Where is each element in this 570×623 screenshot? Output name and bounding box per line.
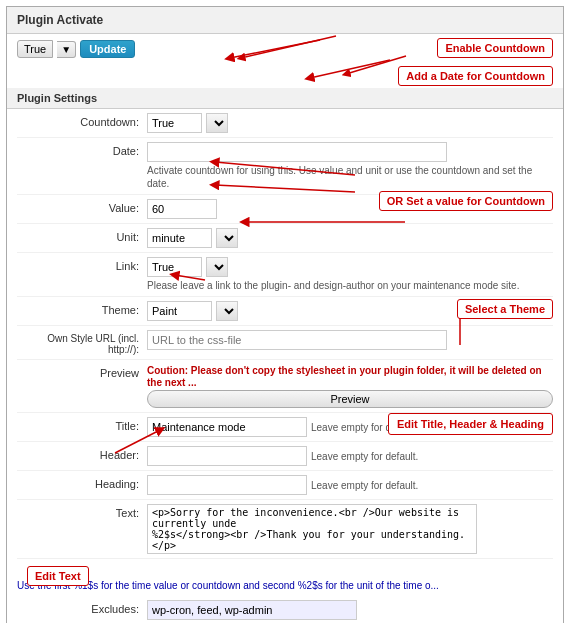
preview-label: Preview: [17, 364, 147, 379]
heading-input[interactable]: [147, 475, 307, 495]
value-input[interactable]: [147, 199, 217, 219]
own-style-value-col: [147, 330, 553, 350]
countdown-input[interactable]: [147, 113, 202, 133]
callout-edit-title: Edit Title, Header & Heading: [388, 413, 553, 435]
theme-label: Theme:: [17, 301, 147, 316]
header-field-value-col: Leave empty for default.: [147, 446, 553, 466]
theme-input[interactable]: [147, 301, 212, 321]
callout-theme: Select a Theme: [457, 299, 553, 319]
header-field-row: Header: Leave empty for default.: [17, 442, 553, 471]
callout-edit-title-container: Edit Title, Header & Heading: [388, 413, 553, 435]
heading-label: Heading:: [17, 475, 147, 490]
link-help: Please leave a link to the plugin- and d…: [147, 279, 553, 292]
plugin-settings-title: Plugin Settings: [7, 88, 563, 109]
own-style-row: Own Style URL (incl. http://):: [17, 326, 553, 360]
settings-table: Countdown: ▼ Date: Activate countdown fo…: [7, 109, 563, 623]
link-select[interactable]: ▼: [206, 257, 228, 277]
excludes-label: Excludes:: [17, 600, 147, 615]
title-input[interactable]: [147, 417, 307, 437]
date-row: Date: Activate countdown for using this.…: [17, 138, 553, 195]
unit-row: Unit: ▼: [17, 224, 553, 253]
excludes-row: Excludes: Exclude feed, pages, posts or …: [17, 596, 553, 623]
callout-set-value-container: OR Set a value for Countdown: [379, 191, 553, 211]
heading-value-col: Leave empty for default.: [147, 475, 553, 495]
link-value-col: ▼ Please leave a link to the plugin- and…: [147, 257, 553, 292]
unit-value-col: ▼: [147, 228, 553, 248]
header-field-input[interactable]: [147, 446, 307, 466]
own-style-label: Own Style URL (incl. http://):: [17, 330, 147, 355]
plugin-activate-label: Plugin Activate: [17, 13, 103, 27]
countdown-label: Countdown:: [17, 113, 147, 128]
value-label: Value:: [17, 199, 147, 214]
preview-row: Preview Coution: Please don't copy the s…: [17, 360, 553, 413]
text-help-row: Use the first %1$s for the time value or…: [17, 577, 553, 596]
preview-value-col: Coution: Please don't copy the styleshee…: [147, 364, 553, 408]
text-value-col: <p>Sorry for the inconvenience.<br />Our…: [147, 504, 553, 554]
unit-select[interactable]: ▼: [216, 228, 238, 248]
date-value-col: Activate countdown for using this. Use v…: [147, 142, 553, 190]
excludes-input[interactable]: [147, 600, 357, 620]
header-field-label: Header:: [17, 446, 147, 461]
caution-text: Coution: Please don't copy the styleshee…: [147, 365, 542, 388]
callout-edit-text-container: Edit Text: [27, 566, 89, 586]
plugin-activate-header: Plugin Activate: [7, 7, 563, 34]
date-label: Date:: [17, 142, 147, 157]
countdown-value-col: ▼: [147, 113, 553, 133]
excludes-value-col: Exclude feed, pages, posts or archives f…: [147, 600, 553, 623]
heading-help: Leave empty for default.: [311, 479, 418, 492]
value-row: Value: OR Set a value for Countdown: [17, 195, 553, 224]
text-textarea[interactable]: <p>Sorry for the inconvenience.<br />Our…: [147, 504, 477, 554]
countdown-select[interactable]: ▼: [206, 113, 228, 133]
title-row: Title: Leave empty for default. Edit Tit…: [17, 413, 553, 442]
theme-row: Theme: ▼ Select a Theme: [17, 297, 553, 326]
unit-label: Unit:: [17, 228, 147, 243]
callout-set-value: OR Set a value for Countdown: [379, 191, 553, 211]
header-help: Leave empty for default.: [311, 450, 418, 463]
callout-edit-text: Edit Text: [27, 566, 89, 586]
unit-input[interactable]: [147, 228, 212, 248]
preview-button[interactable]: Preview: [147, 390, 553, 408]
text-row: Text: <p>Sorry for the inconvenience.<br…: [17, 500, 553, 559]
update-button[interactable]: Update: [80, 40, 135, 58]
callout-enable: Enable Countdown: [437, 38, 553, 58]
callout-add-date: Add a Date for Countdown: [398, 66, 553, 86]
title-label: Title:: [17, 417, 147, 432]
text-label: Text:: [17, 504, 147, 519]
link-row: Link: ▼ Please leave a link to the plugi…: [17, 253, 553, 297]
true-dropdown[interactable]: ▼: [57, 41, 76, 58]
link-label: Link:: [17, 257, 147, 272]
date-input[interactable]: [147, 142, 447, 162]
theme-select[interactable]: ▼: [216, 301, 238, 321]
own-style-input[interactable]: [147, 330, 447, 350]
heading-row: Heading: Leave empty for default.: [17, 471, 553, 500]
link-input[interactable]: [147, 257, 202, 277]
countdown-row: Countdown: ▼: [17, 109, 553, 138]
date-help: Activate countdown for using this. Use v…: [147, 164, 553, 190]
true-button[interactable]: True: [17, 40, 53, 58]
callout-theme-container: Select a Theme: [457, 299, 553, 319]
